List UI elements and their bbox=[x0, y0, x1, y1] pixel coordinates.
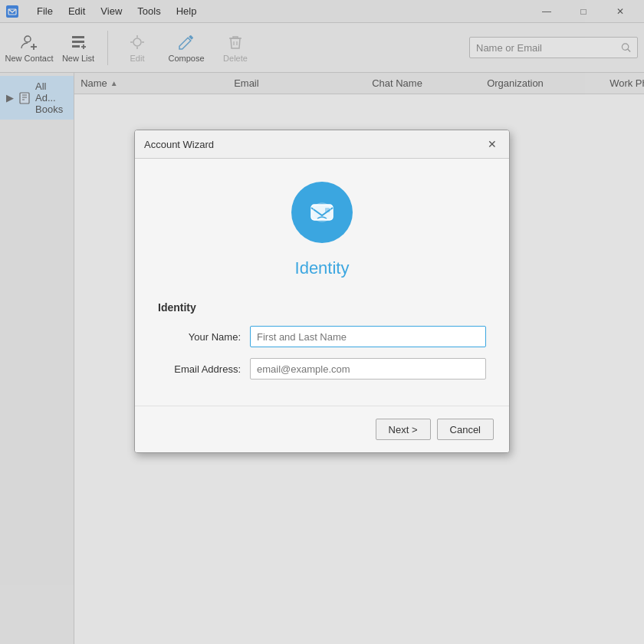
email-address-row: Email Address: bbox=[158, 358, 486, 380]
form-section: Identity Your Name: Email Address: bbox=[158, 301, 486, 390]
email-address-label: Email Address: bbox=[158, 363, 250, 375]
your-name-row: Your Name: bbox=[158, 326, 486, 347]
dialog-close-button[interactable]: ✕ bbox=[485, 136, 500, 152]
cancel-button[interactable]: Cancel bbox=[437, 419, 494, 440]
dialog-footer: Next > Cancel bbox=[135, 406, 509, 452]
form-section-label: Identity bbox=[158, 301, 486, 314]
mail-icon-circle bbox=[291, 182, 353, 243]
account-wizard-dialog: Account Wizard ✕ bbox=[134, 130, 510, 453]
your-name-label: Your Name: bbox=[158, 331, 250, 343]
dialog-title: Account Wizard bbox=[144, 139, 214, 150]
dialog-titlebar: Account Wizard ✕ bbox=[135, 130, 509, 159]
svg-rect-25 bbox=[325, 208, 330, 212]
email-address-input[interactable] bbox=[250, 358, 486, 380]
next-button[interactable]: Next > bbox=[376, 419, 431, 440]
dialog-section-title: Identity bbox=[295, 258, 350, 278]
dialog-body: Identity Identity Your Name: Email Addre… bbox=[135, 159, 509, 406]
mail-icon bbox=[304, 194, 340, 231]
your-name-input[interactable] bbox=[250, 326, 486, 347]
dialog-overlay: Account Wizard ✕ bbox=[0, 0, 644, 644]
